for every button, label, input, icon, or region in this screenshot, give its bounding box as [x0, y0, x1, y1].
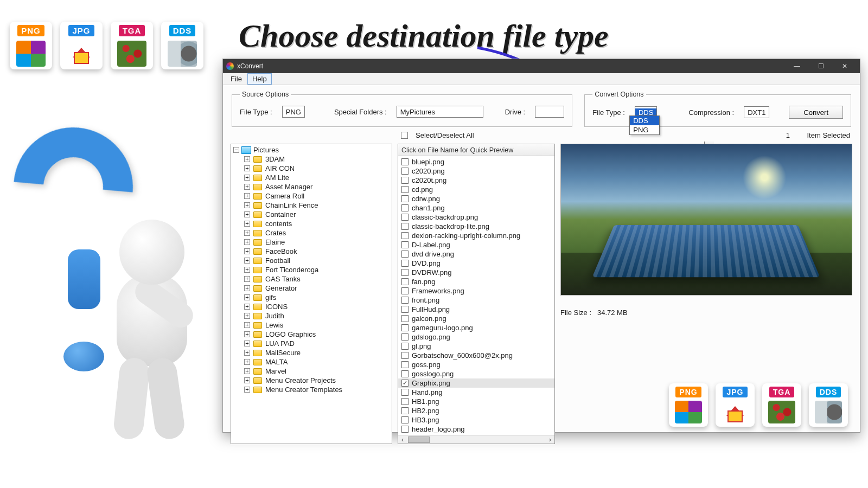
file-checkbox[interactable] [401, 287, 409, 294]
file-row[interactable]: gaicon.png [398, 314, 554, 323]
minimize-button[interactable]: — [785, 59, 809, 73]
titlebar[interactable]: xConvert — ☐ ✕ [223, 59, 860, 73]
scrollbar-thumb[interactable] [408, 436, 430, 443]
file-checkbox[interactable] [401, 260, 409, 267]
tree-item[interactable]: +Menu Creator Templates [243, 385, 392, 394]
file-checkbox[interactable] [401, 168, 409, 175]
menu-file[interactable]: File [226, 74, 246, 84]
expand-icon[interactable]: + [244, 368, 250, 374]
expand-icon[interactable]: + [244, 211, 250, 217]
tree-item[interactable]: +Marvel [243, 367, 392, 376]
file-row[interactable]: Frameworks.png [398, 286, 554, 296]
file-checkbox[interactable] [401, 297, 409, 304]
tree-item[interactable]: +Container [243, 210, 392, 219]
file-checkbox[interactable] [401, 407, 409, 414]
tree-item[interactable]: +AIR CON [243, 164, 392, 173]
expand-icon[interactable]: + [244, 165, 250, 171]
expand-icon[interactable]: + [244, 285, 250, 291]
expand-icon[interactable]: + [244, 258, 250, 264]
file-checkbox[interactable] [401, 232, 409, 239]
file-checkbox[interactable] [401, 361, 409, 368]
file-row[interactable]: gl.png [398, 342, 554, 351]
file-row[interactable]: goss.png [398, 360, 554, 369]
file-row[interactable]: D-Label.png [398, 240, 554, 249]
scroll-left-icon[interactable]: ‹ [398, 435, 407, 444]
tree-item[interactable]: +Camera Roll [243, 191, 392, 201]
convert-filetype-dropdown[interactable]: DDS PNG [629, 115, 660, 135]
file-checkbox[interactable] [401, 315, 409, 322]
file-checkbox[interactable] [401, 343, 409, 350]
file-checkbox[interactable] [401, 251, 409, 258]
special-folders-combo[interactable]: MyPictures [397, 106, 483, 118]
expand-icon[interactable]: + [244, 221, 250, 227]
maximize-button[interactable]: ☐ [809, 59, 833, 73]
tree-item[interactable]: +AM Lite [243, 173, 392, 182]
expand-icon[interactable]: + [244, 359, 250, 365]
expand-icon[interactable]: + [244, 184, 250, 190]
tree-item[interactable]: +ICONS [243, 302, 392, 311]
file-checkbox[interactable] [401, 241, 409, 248]
file-checkbox[interactable] [401, 389, 409, 396]
file-row[interactable]: front.png [398, 296, 554, 305]
file-row[interactable]: cdrw.png [398, 194, 554, 203]
file-checkbox[interactable] [401, 333, 409, 341]
file-checkbox[interactable] [401, 380, 409, 387]
file-checkbox[interactable] [401, 223, 409, 230]
file-row[interactable]: Hand.png [398, 388, 554, 397]
tree-item[interactable]: +3DAM [243, 155, 392, 164]
file-row[interactable]: HB3.png [398, 415, 554, 425]
file-row[interactable]: cd.png [398, 185, 554, 194]
expand-icon[interactable]: + [244, 331, 250, 337]
file-row[interactable]: HB1.png [398, 397, 554, 406]
file-checkbox[interactable] [401, 324, 409, 331]
folder-tree-scroll[interactable]: − Pictures +3DAM+AIR CON+AM Lite+Asset M… [231, 144, 392, 444]
tree-item[interactable]: +Generator [243, 284, 392, 293]
tree-item[interactable]: +MALTA [243, 357, 392, 367]
expand-icon[interactable]: + [244, 350, 250, 356]
tree-item[interactable]: +Fort Ticonderoga [243, 265, 392, 274]
tree-item[interactable]: +LUA PAD [243, 339, 392, 348]
file-checkbox[interactable] [401, 195, 409, 202]
file-row[interactable]: c2020t.png [398, 176, 554, 185]
tree-item[interactable]: +Judith [243, 311, 392, 320]
source-filetype-combo[interactable]: PNG [282, 106, 305, 118]
tree-item[interactable]: +Elaine [243, 237, 392, 247]
expand-icon[interactable]: + [244, 313, 250, 319]
expand-icon[interactable]: + [244, 377, 250, 383]
close-button[interactable]: ✕ [833, 59, 857, 73]
horizontal-scrollbar[interactable]: ‹ › [398, 435, 554, 444]
file-row[interactable]: bluepi.png [398, 157, 554, 166]
expand-icon[interactable]: + [244, 304, 250, 310]
file-row[interactable]: Graphix.png [398, 378, 554, 388]
file-row[interactable]: DVDRW.png [398, 268, 554, 277]
file-row[interactable]: header_logo.png [398, 425, 554, 434]
expand-icon[interactable]: + [244, 276, 250, 282]
file-checkbox[interactable] [401, 269, 409, 276]
expand-icon[interactable]: + [244, 322, 250, 328]
expand-icon[interactable]: + [244, 248, 250, 254]
file-checkbox[interactable] [401, 426, 409, 433]
dropdown-option-dds[interactable]: DDS [630, 116, 659, 125]
file-row[interactable]: chan1.png [398, 203, 554, 213]
tree-item[interactable]: +LOGO Graphics [243, 330, 392, 339]
file-checkbox[interactable] [401, 352, 409, 359]
tree-item[interactable]: +Menu Creator Projects [243, 376, 392, 385]
file-list-scroll[interactable]: bluepi.pngc2020.pngc2020t.pngcd.pngcdrw.… [398, 156, 554, 435]
tree-root[interactable]: − Pictures [231, 145, 392, 155]
file-row[interactable]: gdslogo.png [398, 332, 554, 342]
tree-item[interactable]: +gifs [243, 293, 392, 302]
file-row[interactable]: DVD.png [398, 259, 554, 268]
file-checkbox[interactable] [401, 177, 409, 184]
expand-icon[interactable]: + [244, 175, 250, 181]
file-checkbox[interactable] [401, 416, 409, 423]
drive-combo[interactable] [535, 106, 564, 118]
file-row[interactable]: dexion-racking-upright-column.png [398, 231, 554, 240]
file-row[interactable]: HB2.png [398, 406, 554, 415]
tree-item[interactable]: +Lewis [243, 320, 392, 330]
scroll-right-icon[interactable]: › [546, 435, 554, 444]
tree-item[interactable]: +Crates [243, 228, 392, 237]
file-checkbox[interactable] [401, 204, 409, 211]
convert-button[interactable]: Convert [789, 106, 843, 119]
file-checkbox[interactable] [401, 278, 409, 285]
file-row[interactable]: dvd drive.png [398, 249, 554, 259]
